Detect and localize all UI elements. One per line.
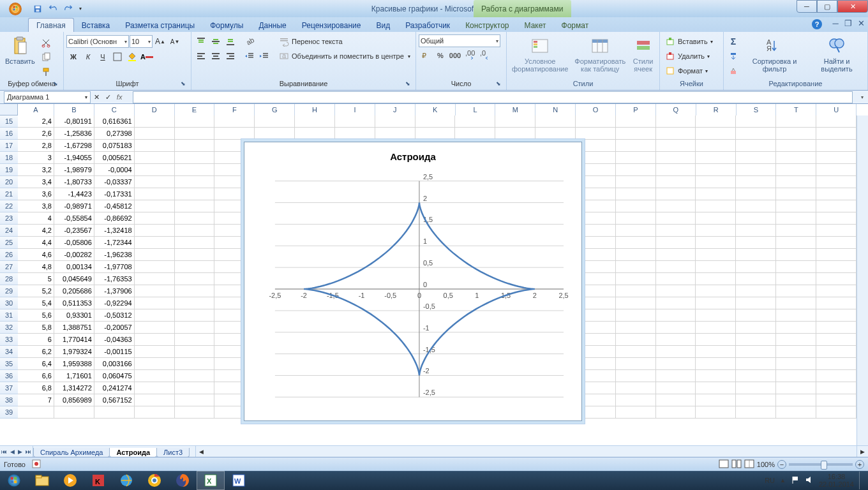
- cell[interactable]: [616, 140, 656, 152]
- cell[interactable]: [776, 188, 816, 200]
- border-button[interactable]: [110, 50, 124, 64]
- cell[interactable]: [696, 322, 736, 334]
- cell[interactable]: [816, 261, 857, 273]
- cut-button[interactable]: [39, 36, 53, 50]
- cell[interactable]: -1,96238: [94, 249, 135, 261]
- row-header[interactable]: 25: [0, 237, 18, 249]
- cell[interactable]: [656, 334, 696, 346]
- cell[interactable]: [696, 200, 736, 212]
- cell[interactable]: -1,97708: [94, 261, 135, 273]
- column-header[interactable]: L: [456, 104, 496, 115]
- shrink-font-button[interactable]: A▼: [168, 34, 182, 48]
- row-header[interactable]: 24: [0, 225, 18, 237]
- cell[interactable]: [616, 309, 656, 322]
- cell[interactable]: [616, 382, 656, 394]
- row-header[interactable]: 28: [0, 273, 18, 285]
- cell[interactable]: [135, 297, 175, 309]
- cell[interactable]: 6,6: [18, 370, 54, 382]
- cell[interactable]: [135, 212, 175, 225]
- cell[interactable]: [375, 115, 415, 128]
- autosum-button[interactable]: Σ: [726, 34, 740, 48]
- tab-home[interactable]: Главная: [28, 18, 74, 32]
- cell[interactable]: -1,80733: [54, 176, 94, 188]
- cell[interactable]: -0,50312: [94, 309, 135, 322]
- cell[interactable]: [656, 176, 696, 188]
- tray-clock[interactable]: 16:3822.01.2014: [819, 473, 854, 488]
- column-header[interactable]: P: [616, 104, 656, 115]
- cell[interactable]: [776, 212, 816, 225]
- cell[interactable]: [816, 297, 857, 309]
- cell[interactable]: 0,27398: [94, 128, 135, 140]
- format-painter-button[interactable]: [39, 65, 53, 79]
- cell[interactable]: -1,76353: [94, 273, 135, 285]
- cell[interactable]: [816, 188, 857, 200]
- cell[interactable]: [656, 212, 696, 225]
- column-header[interactable]: R: [696, 104, 737, 115]
- percent-button[interactable]: %: [433, 48, 447, 63]
- grow-font-button[interactable]: A▲: [153, 34, 167, 48]
- sheet-tab[interactable]: Спираль Архимеда: [33, 448, 110, 457]
- cell[interactable]: 6,2: [18, 346, 54, 358]
- cell[interactable]: -0,55854: [54, 212, 94, 225]
- cell[interactable]: [736, 370, 776, 382]
- cell[interactable]: [135, 346, 175, 358]
- cell[interactable]: [175, 346, 215, 358]
- cell[interactable]: [696, 346, 736, 358]
- cell[interactable]: [696, 249, 736, 261]
- cell[interactable]: [135, 285, 175, 297]
- cell[interactable]: [656, 346, 696, 358]
- cell[interactable]: 0,205686: [54, 285, 94, 297]
- cell[interactable]: 1,959388: [54, 358, 94, 370]
- column-header[interactable]: I: [335, 104, 375, 115]
- cell-styles-button[interactable]: Стили ячеек: [629, 34, 657, 74]
- font-color-button[interactable]: A: [140, 50, 154, 64]
- cell[interactable]: [816, 176, 857, 188]
- cell[interactable]: [175, 115, 215, 128]
- cell[interactable]: [696, 176, 736, 188]
- cell[interactable]: [696, 285, 736, 297]
- cell[interactable]: 3,8: [18, 200, 54, 212]
- tab-nav-prev[interactable]: ◀: [8, 446, 17, 457]
- cell[interactable]: [616, 285, 656, 297]
- column-header[interactable]: M: [495, 104, 535, 115]
- number-launcher[interactable]: ⬊: [495, 80, 502, 88]
- mdi-close[interactable]: ✕: [857, 19, 865, 27]
- cell[interactable]: -0,00115: [94, 346, 135, 358]
- cell[interactable]: -0,04363: [94, 334, 135, 346]
- cell[interactable]: [776, 346, 816, 358]
- cell[interactable]: [696, 309, 736, 322]
- cell[interactable]: [576, 115, 616, 128]
- cell[interactable]: [135, 309, 175, 322]
- cell[interactable]: [656, 249, 696, 261]
- cell[interactable]: -1,32418: [94, 225, 135, 237]
- tab-data[interactable]: Данные: [251, 19, 294, 32]
- cell[interactable]: [776, 309, 816, 322]
- column-header[interactable]: K: [415, 104, 456, 115]
- cell[interactable]: [696, 394, 736, 406]
- cell[interactable]: [736, 152, 776, 164]
- cell[interactable]: [776, 273, 816, 285]
- conditional-format-button[interactable]: Условное форматирование: [509, 34, 571, 74]
- cell[interactable]: [135, 128, 175, 140]
- currency-button[interactable]: ₽: [419, 48, 433, 63]
- cell[interactable]: 2,8: [18, 140, 54, 152]
- cell[interactable]: 1,388751: [54, 322, 94, 334]
- cell[interactable]: [175, 237, 215, 249]
- copy-button[interactable]: [39, 50, 53, 64]
- cell[interactable]: [816, 285, 857, 297]
- cell[interactable]: [696, 237, 736, 249]
- cell[interactable]: [175, 334, 215, 346]
- cell[interactable]: [175, 140, 215, 152]
- cell[interactable]: [175, 225, 215, 237]
- cell[interactable]: 1,770414: [54, 334, 94, 346]
- cell[interactable]: [656, 188, 696, 200]
- taskbar-explorer[interactable]: [28, 471, 56, 490]
- tab-chart-layout[interactable]: Макет: [517, 19, 554, 32]
- cell[interactable]: -0,0004: [94, 164, 135, 176]
- cell[interactable]: [776, 115, 816, 128]
- zoom-in[interactable]: +: [855, 460, 864, 469]
- cell[interactable]: [656, 273, 696, 285]
- cell[interactable]: 3: [18, 152, 54, 164]
- cell[interactable]: 0,93301: [54, 309, 94, 322]
- cell[interactable]: -0,05806: [54, 237, 94, 249]
